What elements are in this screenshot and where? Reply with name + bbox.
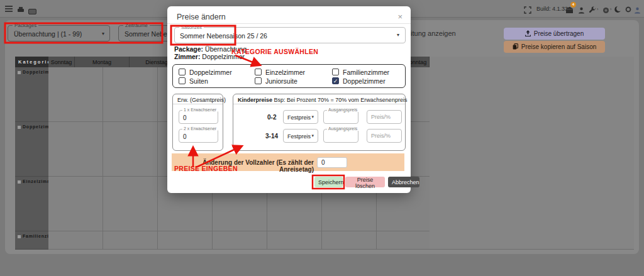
erwachsener-2-field[interactable]: 2 x Erwachsener 0 bbox=[179, 129, 218, 143]
printer-icon[interactable] bbox=[17, 5, 25, 16]
chevron-down-icon: ▾ bbox=[102, 31, 104, 36]
preise-kopieren-button[interactable]: Preise kopieren auf Saison bbox=[504, 41, 605, 53]
age-label-3-14: 3-14 bbox=[265, 133, 278, 140]
modal-title: Preise ändern bbox=[177, 13, 226, 21]
zimmer-value: Doppelzimmer bbox=[200, 53, 245, 60]
category-cell[interactable]: Familienzimmer bbox=[15, 231, 48, 250]
menu-icon[interactable] bbox=[5, 6, 13, 13]
saisonzeit-select[interactable]: Sasonzeit Sommer Nebensaison 25 / 26 ▾ bbox=[174, 27, 406, 43]
card-icon[interactable] bbox=[28, 6, 36, 17]
erwachsener-2-label: 2 x Erwachsener bbox=[182, 126, 218, 131]
packages-select[interactable]: Packages Übernachtung | (1 - 99) ▾ bbox=[8, 25, 110, 41]
chevron-down-icon: ▾ bbox=[397, 32, 399, 38]
category-cell[interactable]: Einzelzimmer bbox=[15, 177, 48, 231]
erwachsene-title: Erw. (Gesamtpreis) bbox=[177, 97, 226, 103]
erwachsener-2-value: 0 bbox=[183, 133, 187, 140]
kinderpreise-box: Kinderpreise Bsp: Bei Prozent 70% = 70% … bbox=[233, 94, 406, 151]
checkbox-suiten[interactable] bbox=[179, 77, 186, 84]
anleitung-link[interactable]: eitung anzeigen bbox=[407, 30, 456, 37]
table-header-kategorie: Kategorie bbox=[15, 57, 48, 67]
abbrechen-button[interactable]: Abbrechen bbox=[388, 177, 419, 187]
preise-uebertragen-label: Preise übertragen bbox=[534, 30, 584, 37]
checkbox-label: Familienzimmer bbox=[343, 69, 389, 76]
zimmer-key: Zimmer: bbox=[174, 53, 200, 60]
saisonzeit-value: Sommer Nebensaison 25 / 26 bbox=[180, 32, 267, 40]
category-cell[interactable]: Doppelzimmer bbox=[15, 122, 48, 177]
preise-loeschen-button[interactable]: Preise löschen bbox=[345, 177, 385, 187]
row-checkbox[interactable] bbox=[18, 71, 21, 74]
zeitraeume-label: Zeiträume bbox=[123, 23, 150, 28]
table-row[interactable] bbox=[48, 231, 430, 250]
kinder-3-14-mode-select[interactable]: Festpreis ▾ bbox=[283, 129, 318, 143]
notification-badge: 4 bbox=[570, 2, 576, 8]
kinder-3-14-ausgangspreis-field[interactable]: Ausgangspreis bbox=[323, 129, 358, 143]
kinder-0-2-ausgangspreis-field[interactable]: Ausgangspreis bbox=[323, 110, 358, 124]
checkbox-label: Einzelzimmer bbox=[265, 69, 305, 76]
category-checkbox-group: Doppelzimmer Einzelzimmer Familienzimmer… bbox=[172, 64, 406, 88]
divider bbox=[233, 104, 405, 104]
erwachsener-1-field[interactable]: 1 x Erwachsener 0 bbox=[179, 110, 218, 124]
kinder-0-2-preis-input[interactable] bbox=[367, 110, 402, 124]
category-cell[interactable]: Doppelzimmer bbox=[15, 67, 48, 122]
packages-label: Packages bbox=[13, 23, 38, 28]
row-checkbox[interactable] bbox=[18, 235, 21, 238]
checkbox-label: Juniorsuite bbox=[265, 77, 297, 85]
preise-aendern-modal: Preise ändern × Sasonzeit Sommer Nebensa… bbox=[167, 6, 411, 193]
divider bbox=[173, 104, 223, 104]
preis-input[interactable] bbox=[367, 111, 401, 123]
preis-input[interactable] bbox=[367, 130, 401, 142]
vollzahler-label: Änderung der Vollzahler (Es zählt der An… bbox=[191, 159, 314, 173]
zimmer-line: Zimmer: Doppelzimmer bbox=[174, 53, 245, 60]
packages-value: Übernachtung | (1 - 99) bbox=[14, 30, 82, 38]
kinder-3-14-preis-input[interactable] bbox=[367, 129, 402, 143]
preise-uebertragen-button[interactable]: Preise übertragen bbox=[504, 28, 605, 40]
account-icon[interactable] bbox=[634, 5, 641, 16]
chevron-down-icon: ▾ bbox=[311, 114, 314, 119]
table-header-day: Montag bbox=[75, 57, 130, 67]
speichern-button[interactable]: Speichern bbox=[314, 177, 343, 187]
erwachsener-1-value: 0 bbox=[183, 114, 187, 121]
globe-icon[interactable] bbox=[602, 5, 609, 16]
vollzahler-input[interactable] bbox=[317, 157, 347, 168]
kinderpreise-title-rest: Bsp: Bei Prozent 70% = 70% vom Erwachsen… bbox=[272, 97, 407, 103]
checkbox-familienzimmer[interactable] bbox=[332, 69, 339, 75]
erwachsene-box: Erw. (Gesamtpreis) 1 x Erwachsener 0 2 x… bbox=[172, 94, 223, 151]
vollzahler-banner: Änderung der Vollzahler (Es zählt der An… bbox=[172, 153, 404, 171]
checkbox-doppelzimmer-checked[interactable]: ✓ bbox=[332, 77, 339, 84]
checkbox-doppelzimmer[interactable] bbox=[179, 69, 186, 75]
table-empty-area bbox=[430, 57, 634, 250]
erwachsener-1-label: 1 x Erwachsener bbox=[182, 108, 218, 112]
close-icon[interactable]: × bbox=[397, 12, 402, 21]
checkbox-label: Doppelzimmer bbox=[343, 77, 386, 85]
checkbox-einzelzimmer[interactable] bbox=[255, 69, 262, 75]
package-key: Package: bbox=[174, 45, 203, 53]
preise-kopieren-label: Preise kopieren auf Saison bbox=[521, 43, 597, 50]
table-header-day: Sonntag bbox=[48, 57, 75, 67]
mode-value: Festpreis bbox=[287, 133, 311, 140]
chevron-right-icon: › bbox=[610, 7, 611, 11]
moon-icon[interactable] bbox=[614, 4, 622, 16]
ausgangspreis-label: Ausgangspreis bbox=[327, 126, 358, 131]
user-icon[interactable] bbox=[578, 5, 585, 16]
row-checkbox[interactable] bbox=[18, 180, 21, 184]
gear-icon[interactable] bbox=[625, 4, 632, 16]
checkbox-label: Suiten bbox=[189, 77, 208, 85]
saisonzeit-label: Sasonzeit bbox=[179, 25, 204, 30]
wrench-icon[interactable] bbox=[589, 5, 596, 16]
divider bbox=[167, 23, 411, 24]
ausgangspreis-label: Ausgangspreis bbox=[327, 108, 358, 112]
package-value: Übernachtung bbox=[203, 45, 247, 53]
checkbox-label: Doppelzimmer bbox=[189, 69, 232, 76]
chevron-down-icon: ▾ bbox=[311, 133, 314, 138]
mode-value: Festpreis bbox=[287, 114, 311, 121]
kinder-0-2-mode-select[interactable]: Festpreis ▾ bbox=[283, 110, 318, 124]
upload-icon bbox=[525, 30, 531, 38]
row-checkbox[interactable] bbox=[18, 126, 21, 129]
copy-icon bbox=[513, 43, 518, 51]
age-label-0-2: 0-2 bbox=[267, 114, 276, 121]
package-line: Package: Übernachtung bbox=[174, 45, 247, 53]
kinderpreise-title-bold: Kinderpreise bbox=[238, 97, 272, 103]
kinderpreise-title: Kinderpreise Bsp: Bei Prozent 70% = 70% … bbox=[238, 97, 407, 103]
fullscreen-icon[interactable] bbox=[524, 5, 531, 16]
checkbox-juniorsuite[interactable] bbox=[255, 77, 262, 84]
